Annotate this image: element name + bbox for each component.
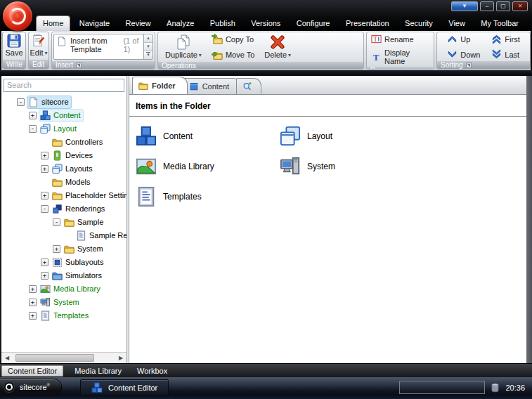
ribbon-tab-security[interactable]: Security bbox=[398, 16, 439, 31]
expand-icon[interactable]: + bbox=[29, 112, 37, 119]
editor-tab-content[interactable]: Content bbox=[183, 78, 242, 94]
task-button-content-editor[interactable]: Content Editor bbox=[80, 379, 169, 395]
scrollbar-track[interactable] bbox=[11, 354, 117, 362]
tree-item-system[interactable]: +System bbox=[1, 242, 126, 256]
app-tab-media-library[interactable]: Media Library bbox=[70, 365, 126, 377]
tree-node[interactable]: Simulators bbox=[51, 270, 104, 282]
edit-button[interactable]: Edit ▾ bbox=[30, 34, 48, 58]
ribbon-tab-presentation[interactable]: Presentation bbox=[339, 16, 396, 31]
ribbon-tab-configure[interactable]: Configure bbox=[290, 16, 337, 31]
tree-item-models[interactable]: Models bbox=[1, 176, 126, 189]
search-input[interactable] bbox=[4, 79, 124, 92]
ribbon-tab-review[interactable]: Review bbox=[119, 16, 157, 31]
spinner-up-icon[interactable]: ▲ bbox=[144, 34, 153, 43]
maximize-button[interactable]: ▢ bbox=[496, 1, 510, 11]
tree-node[interactable]: Renderings bbox=[51, 203, 107, 215]
tree-node[interactable]: System bbox=[63, 243, 105, 255]
expand-icon[interactable]: + bbox=[41, 165, 48, 173]
tree-node[interactable]: Content bbox=[39, 110, 83, 122]
editor-tab-folder[interactable]: Folder bbox=[132, 77, 188, 94]
tree-node[interactable]: Sublayouts bbox=[51, 256, 105, 268]
delete-button[interactable]: Delete ▾ bbox=[264, 34, 291, 60]
ribbon-tab-analyze[interactable]: Analyze bbox=[160, 16, 200, 31]
expand-icon[interactable]: + bbox=[41, 152, 48, 159]
move-up-button[interactable]: Up bbox=[447, 34, 480, 44]
close-button[interactable]: ✕ bbox=[512, 1, 528, 11]
tree-item-placeholder-settings[interactable]: +Placeholder Settings bbox=[1, 189, 126, 202]
tree-node[interactable]: Devices bbox=[51, 150, 95, 162]
tree-item-templates[interactable]: +Templates bbox=[1, 309, 126, 322]
expand-icon[interactable]: + bbox=[41, 192, 48, 200]
minimize-button[interactable]: – bbox=[480, 1, 494, 11]
folder-item-templates[interactable]: Templates bbox=[136, 186, 280, 207]
app-tab-workbox[interactable]: Workbox bbox=[133, 365, 171, 377]
tree-item-sample-re[interactable]: Sample Re bbox=[1, 229, 126, 242]
tree-node[interactable]: Media Library bbox=[39, 283, 103, 295]
tree-item-layouts[interactable]: +Layouts bbox=[1, 162, 126, 176]
scroll-left-icon[interactable]: ◀ bbox=[3, 355, 11, 361]
tree-item-controllers[interactable]: Controllers bbox=[1, 136, 126, 149]
tree-item-layout[interactable]: -Layout bbox=[1, 122, 126, 136]
move-to-button[interactable]: Move To bbox=[212, 49, 254, 60]
tree-node[interactable]: Sample bbox=[63, 216, 105, 228]
tree-item-media-library[interactable]: +Media Library bbox=[1, 282, 126, 296]
collapse-icon[interactable]: - bbox=[53, 218, 60, 226]
tree-item-sublayouts[interactable]: +Sublayouts bbox=[1, 256, 126, 269]
tree-item-simulators[interactable]: +Simulators bbox=[1, 269, 126, 282]
tree-node[interactable]: System bbox=[39, 296, 82, 308]
folder-item-layout[interactable]: Layout bbox=[280, 126, 424, 147]
copy-to-button[interactable]: Copy To bbox=[212, 34, 254, 45]
ribbon-tab-publish[interactable]: Publish bbox=[204, 16, 242, 31]
tree-item-sample[interactable]: -Sample bbox=[1, 216, 126, 229]
tree-node[interactable]: Layout bbox=[39, 123, 79, 135]
collapse-icon[interactable]: - bbox=[41, 205, 48, 213]
folder-item-content[interactable]: Content bbox=[136, 126, 280, 147]
duplicate-button[interactable]: Duplicate ▾ bbox=[165, 34, 202, 60]
ribbon-tab-home[interactable]: Home bbox=[37, 16, 70, 31]
collapse-icon[interactable]: - bbox=[29, 125, 37, 133]
editor-tab-search[interactable] bbox=[236, 78, 261, 94]
tree-item-devices[interactable]: +Devices bbox=[1, 149, 126, 162]
folder-item-media-library[interactable]: Media Library bbox=[136, 156, 280, 177]
scroll-right-icon[interactable]: ▶ bbox=[117, 355, 125, 361]
expand-icon[interactable]: + bbox=[41, 259, 48, 266]
tree-node[interactable]: sitecore bbox=[27, 96, 71, 108]
collapse-icon[interactable]: - bbox=[17, 98, 25, 106]
sitecore-logo-icon[interactable] bbox=[3, 1, 32, 31]
move-last-button[interactable]: Last bbox=[491, 49, 519, 60]
move-down-button[interactable]: Down bbox=[447, 49, 480, 60]
tree-item-renderings[interactable]: -Renderings bbox=[1, 202, 126, 216]
ribbon-tab-versions[interactable]: Versions bbox=[245, 16, 287, 31]
window-menu-button[interactable]: ▼ bbox=[451, 1, 478, 11]
ribbon-tab-navigate[interactable]: Navigate bbox=[73, 16, 116, 31]
save-button[interactable]: Save bbox=[5, 34, 22, 58]
tree-node[interactable]: Templates bbox=[39, 310, 91, 322]
rename-button[interactable]: T Rename bbox=[371, 34, 414, 44]
folder-item-system[interactable]: System bbox=[280, 156, 424, 177]
move-first-button[interactable]: First bbox=[491, 34, 519, 44]
tree-node[interactable]: Layouts bbox=[51, 163, 95, 175]
tree-node[interactable]: Sample Re bbox=[75, 230, 126, 242]
spinner-down-icon[interactable]: ▼ bbox=[144, 43, 153, 51]
expand-icon[interactable]: + bbox=[29, 285, 37, 293]
tree-item-content[interactable]: +Content bbox=[1, 109, 126, 122]
insert-from-template-option[interactable]: Insert from Template bbox=[70, 37, 119, 53]
app-tab-content-editor[interactable]: Content Editor bbox=[1, 365, 63, 377]
tree-node[interactable]: Controllers bbox=[51, 136, 105, 148]
insert-options-list[interactable]: Insert from Template (1 of 1) ▲ ▼ ▼ bbox=[53, 34, 153, 60]
ribbon-tab-my-toolbar[interactable]: My Toolbar bbox=[474, 16, 525, 31]
tree-item-sitecore[interactable]: -sitecore bbox=[1, 96, 126, 109]
tree-node[interactable]: Placeholder Settings bbox=[51, 190, 126, 202]
tree-item-system[interactable]: +System bbox=[1, 296, 126, 309]
display-name-button[interactable]: T Display Name bbox=[371, 48, 432, 65]
tree-node[interactable]: Models bbox=[51, 176, 92, 188]
scrollbar-thumb[interactable] bbox=[15, 354, 94, 362]
expand-icon[interactable]: + bbox=[29, 299, 37, 306]
spinner-end-icon[interactable]: ▼ bbox=[144, 51, 153, 59]
tray-status-box[interactable] bbox=[399, 381, 485, 394]
expand-icon[interactable]: + bbox=[53, 245, 60, 253]
expand-icon[interactable]: + bbox=[29, 312, 37, 320]
ribbon-tab-view[interactable]: View bbox=[442, 16, 472, 31]
start-button[interactable]: sitecore® bbox=[0, 379, 62, 395]
tree-horizontal-scrollbar[interactable]: ◀ ▶ bbox=[1, 352, 126, 363]
